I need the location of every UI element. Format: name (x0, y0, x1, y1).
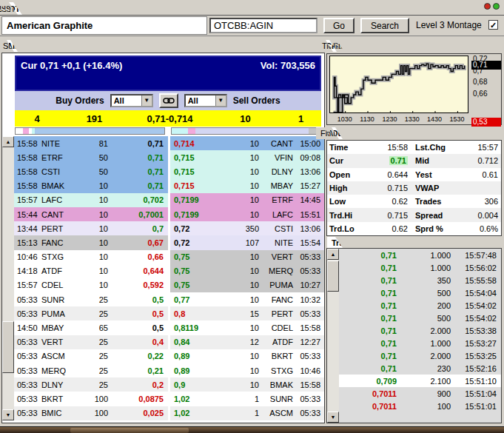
go-button[interactable]: Go (323, 18, 355, 33)
ask-row[interactable]: 1,021ASCM05:33 (170, 406, 324, 420)
trade-row[interactable]: 0,7150015:54:02 (339, 312, 501, 324)
bid-row[interactable]: 15:58BMAK100,71 (14, 179, 168, 193)
bid-row[interactable]: 15:57CDEL100,592 (14, 278, 168, 292)
bid-row[interactable]: 15:44CANT100,7001 (14, 207, 168, 221)
scroll-up-icon[interactable]: ▲ (2, 136, 14, 147)
quote-label: Trades (408, 197, 452, 206)
y-axis-label: 0,7 (471, 67, 501, 75)
bid-row[interactable]: 05:33PUMA250,5 (14, 306, 168, 320)
ask-row[interactable]: 0,7510MERQ05:33 (170, 264, 324, 278)
bid-price: 0,7 (108, 224, 168, 233)
ask-row[interactable]: 0,719910ETRF14:45 (170, 193, 324, 207)
ask-row[interactable]: 0,811910CDEL15:58 (170, 320, 324, 335)
ask-row[interactable]: 0,7510VERT05:33 (170, 250, 324, 264)
trade-row[interactable]: 0,701110015:51:01 (339, 400, 501, 412)
buy-filter-select[interactable]: All ▼ (110, 94, 153, 107)
bid-row[interactable]: 15:58CSTI500,71 (14, 164, 168, 178)
ask-row[interactable]: 0,8910BKRT05:33 (170, 349, 324, 363)
bid-size: 10 (75, 281, 108, 289)
quote-row: Trd.Hi0.715Spread0.004 (327, 208, 501, 221)
ask-size: 10 (213, 153, 259, 162)
ask-row[interactable]: 0,71410CANT15:00 (170, 136, 324, 150)
quote-label: Trd.Hi (327, 211, 362, 220)
ask-row[interactable]: 1,021SUNR05:33 (170, 392, 324, 406)
ask-row[interactable]: 0,71510DLNY13:06 (170, 164, 324, 178)
ask-row[interactable]: 0,72350CSTI13:06 (170, 221, 324, 235)
scrollbar-thumb[interactable] (2, 321, 14, 373)
trade-row[interactable]: 0,7092.10015:51:10 (339, 375, 501, 387)
trade-row[interactable]: 0,711.00015:53:27 (339, 337, 501, 349)
chevron-down-icon[interactable]: ▼ (141, 95, 152, 106)
trade-row[interactable]: 0,701190015:51:04 (339, 387, 501, 400)
trade-price: 0,71 (339, 264, 397, 272)
workspace-tabbar: OTCBB:AGINOTCBB:GOFFUSOTC:COBIUSOTC:GOSY… (0, 0, 504, 16)
trade-row[interactable]: 0,7123015:52:16 (339, 362, 501, 375)
ask-row[interactable]: 0,815PERT05:33 (170, 306, 324, 320)
inside-quote-row: 4 191 0,71-0,714 10 1 (15, 110, 321, 127)
bid-size: 81 (75, 139, 108, 148)
ask-row[interactable]: 0,7710FANC10:32 (170, 292, 324, 306)
quote-value: 15:58 (362, 143, 408, 152)
quote-value: 0.004 (452, 211, 501, 220)
ask-price: 0,72 (170, 238, 213, 247)
trade-row[interactable]: 0,7135015:55:58 (339, 274, 501, 286)
scroll-up-icon[interactable]: ▲ (327, 249, 339, 260)
bid-row[interactable]: 05:33VERT250,4 (14, 335, 168, 349)
ask-row[interactable]: 0,7510PUMA10:27 (170, 278, 324, 292)
bid-row[interactable]: 15:58ETRF500,71 (14, 150, 168, 164)
bid-row[interactable]: 14:50MBAY650,5 (14, 320, 168, 335)
trade-price: 0,71 (339, 314, 397, 323)
bid-row[interactable]: 15:13FANC100,67 (14, 235, 168, 249)
bid-row[interactable]: 05:33MERQ250,21 (14, 363, 168, 377)
trade-row[interactable]: 0,711.00015:56:02 (339, 261, 501, 274)
top-tabs: OTCBB:AGINOTCBB:GOFFUSOTC:COBIUSOTC:GOSY… (0, 1, 3, 15)
trade-size: 1.000 (397, 251, 451, 260)
search-button[interactable]: Search (360, 18, 409, 33)
ask-row[interactable]: 0,71510MBAY15:27 (170, 179, 324, 193)
ask-row[interactable]: 0,719910LAFC15:51 (170, 207, 324, 221)
os-taskbar[interactable] (0, 426, 504, 433)
bid-row[interactable]: 15:58NITE810,71 (14, 136, 168, 150)
close-dot-icon[interactable] (484, 3, 491, 10)
trades-scrollbar[interactable]: ▲ ▼ (327, 249, 339, 423)
scroll-down-icon[interactable]: ▼ (2, 409, 14, 420)
bid-row[interactable]: 14:18ATDF100,644 (14, 264, 168, 278)
bid-time: 05:33 (14, 338, 41, 346)
bid-row[interactable]: 05:33BMIC1000,025 (14, 406, 168, 420)
ask-row[interactable]: 0,8412ATDF12:27 (170, 335, 324, 349)
level3-montage-checkbox[interactable]: ✓ (488, 20, 498, 30)
trade-row[interactable]: 0,7120015:54:02 (339, 299, 501, 312)
ask-price: 0,72 (170, 224, 213, 233)
bid-row[interactable]: 15:57LAFC100,702 (14, 193, 168, 207)
trade-row[interactable]: 0,712.00015:53:38 (339, 324, 501, 337)
ask-row[interactable]: 0,72107NITE15:54 (170, 235, 324, 249)
trade-price: 0,71 (339, 276, 397, 285)
scroll-down-icon[interactable]: ▼ (327, 412, 339, 423)
trade-row[interactable]: 0,711.00015:57:48 (339, 249, 501, 261)
ask-row[interactable]: 0,71510VFIN09:08 (170, 150, 324, 164)
bid-row[interactable]: 10:46STXG100,66 (14, 250, 168, 264)
trade-row[interactable]: 0,7150015:54:04 (339, 286, 501, 299)
bid-time: 15:57 (14, 195, 41, 204)
symbol-input[interactable] (209, 18, 317, 33)
link-filters-button[interactable] (159, 93, 178, 108)
bid-size: 100 (75, 409, 108, 417)
bid-row[interactable]: 05:33BKRT1000,0875 (14, 392, 168, 406)
quote-value: 0.62 (362, 224, 408, 233)
bid-row[interactable]: 13:44PERT100,7 (14, 221, 168, 235)
ask-row[interactable]: 0,8910STXG10:46 (170, 363, 324, 377)
bid-mm: MBAY (41, 323, 75, 332)
bid-row[interactable]: 05:33DLNY250,2 (14, 377, 168, 392)
chevron-down-icon[interactable]: ▼ (215, 95, 226, 106)
book-scrollbar[interactable]: ▲ ▼ (2, 136, 14, 420)
ask-row[interactable]: 0,910BMAK15:58 (170, 377, 324, 392)
sell-filter-select[interactable]: All ▼ (184, 94, 227, 107)
scrollbar-thumb[interactable] (327, 261, 339, 292)
bid-mm: CSTI (41, 167, 75, 176)
trade-row[interactable]: 0,712.00015:53:25 (339, 349, 501, 362)
bid-row[interactable]: 05:33ASCM250,22 (14, 349, 168, 363)
trade-time: 15:54:02 (451, 301, 501, 310)
taskbar-button[interactable] (70, 428, 189, 433)
ask-size: 1 (213, 395, 259, 403)
bid-row[interactable]: 05:33SUNR250,5 (14, 292, 168, 306)
